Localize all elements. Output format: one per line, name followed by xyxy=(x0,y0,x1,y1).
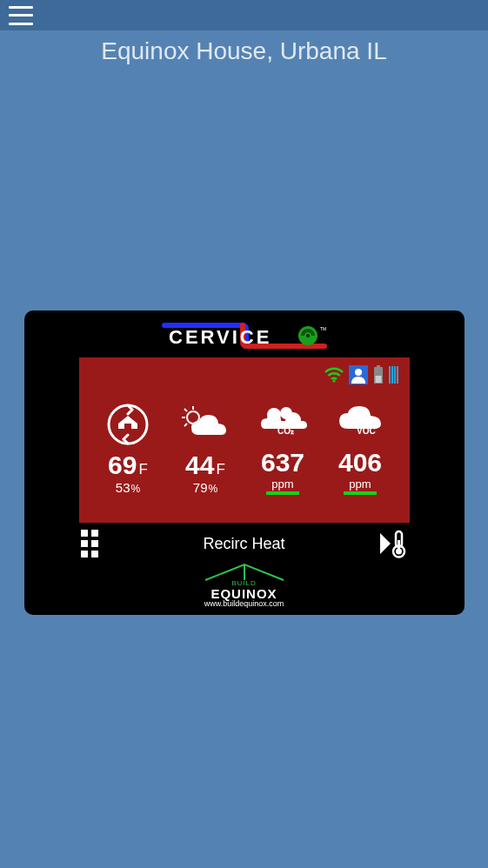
status-icons xyxy=(90,364,399,385)
svg-rect-24 xyxy=(91,540,98,547)
footer-brand: EQUINOX xyxy=(40,587,449,600)
page-title: Equinox House, Urbana IL xyxy=(0,37,488,65)
logo-text: CERVICE xyxy=(169,326,271,348)
svg-rect-21 xyxy=(81,530,88,537)
top-bar xyxy=(0,0,488,30)
device-display: CERVICE TM xyxy=(24,310,465,615)
voc-ppm-label: ppm xyxy=(344,477,376,495)
temp-control-button[interactable] xyxy=(378,528,410,559)
menu-button[interactable] xyxy=(9,6,33,25)
svg-rect-22 xyxy=(91,530,98,537)
svg-rect-23 xyxy=(81,540,88,547)
svg-point-5 xyxy=(355,369,362,376)
readings-panel: 69F 53% 44F 79% xyxy=(79,357,410,523)
svg-line-15 xyxy=(184,424,187,426)
indoor-reading: 69F 53% xyxy=(100,404,156,495)
svg-rect-6 xyxy=(377,365,380,367)
indoor-recirc-icon xyxy=(106,403,150,446)
svg-point-9 xyxy=(109,405,147,444)
voc-cloud-icon: VOC xyxy=(336,403,384,441)
filter-icon xyxy=(389,365,399,384)
svg-rect-26 xyxy=(91,551,98,558)
user-icon xyxy=(349,365,368,384)
svg-text:VOC: VOC xyxy=(357,426,376,436)
svg-point-30 xyxy=(396,549,402,555)
footer-url: www.buildequinox.com xyxy=(40,600,449,608)
mode-label: Recirc Heat xyxy=(110,535,378,553)
footer-logo: BUILD EQUINOX www.buildequinox.com xyxy=(40,563,449,608)
svg-text:TM: TM xyxy=(320,326,326,331)
svg-line-14 xyxy=(184,409,187,411)
svg-point-1 xyxy=(305,334,309,337)
outdoor-reading: 44F 79% xyxy=(177,404,233,495)
co2-cloud-icon: CO₂ xyxy=(258,403,307,441)
readings-row: 69F 53% 44F 79% xyxy=(90,401,399,495)
brand-logo: CERVICE TM xyxy=(40,323,449,352)
svg-rect-25 xyxy=(81,551,88,558)
co2-reading: CO₂ 637 ppm xyxy=(255,401,311,495)
co2-ppm-label: ppm xyxy=(266,477,298,495)
svg-point-3 xyxy=(332,379,335,382)
weather-partly-cloudy-icon xyxy=(181,405,230,444)
svg-marker-27 xyxy=(380,533,391,554)
controls-row: Recirc Heat xyxy=(79,526,410,561)
svg-rect-8 xyxy=(375,376,381,383)
voc-reading: VOC 406 ppm xyxy=(332,401,388,495)
svg-rect-31 xyxy=(398,540,400,549)
battery-icon xyxy=(373,365,384,384)
wifi-icon xyxy=(324,367,344,383)
svg-text:CO₂: CO₂ xyxy=(277,426,294,436)
menu-grid-button[interactable] xyxy=(79,528,110,559)
